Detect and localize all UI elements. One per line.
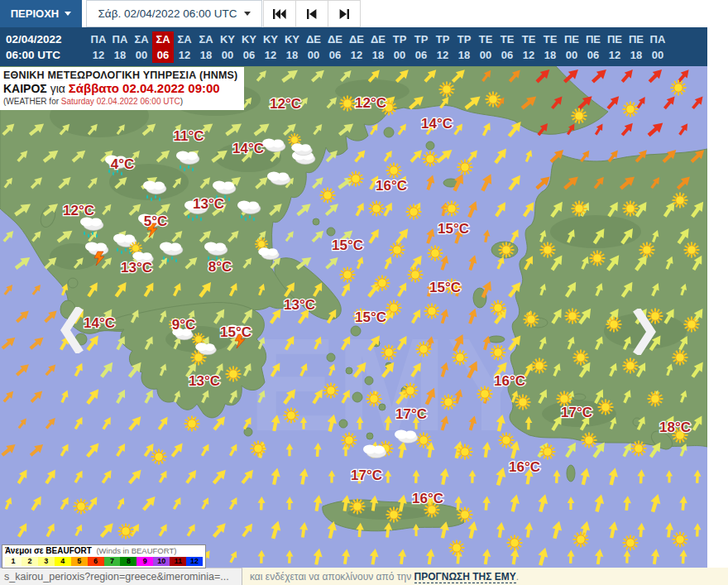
temperature-label: 15°C — [429, 280, 461, 295]
status-bar: s_kairou_perioxis?region=greece&imeromin… — [0, 568, 728, 585]
timeline-step[interactable]: ΠΑ00 — [647, 31, 668, 63]
island-sporades — [313, 218, 319, 225]
temperature-label: 13°C — [284, 297, 315, 313]
temperature-label: 5°C — [144, 213, 168, 229]
beaufort-cell: 12 — [186, 557, 203, 566]
island-milos — [339, 420, 347, 428]
timeline-step[interactable]: ΤΕ00 — [475, 31, 496, 63]
datetime-dropdown-button[interactable]: Σάβ. 02/04/2022 06:00 UTC — [86, 0, 262, 27]
gia-label: για — [50, 82, 65, 95]
timeline-step[interactable]: ΚΥ12 — [260, 31, 281, 63]
timeline-step[interactable]: ΤΡ00 — [389, 31, 410, 63]
timeline-step[interactable]: ΣΑ12 — [174, 31, 195, 63]
timestep-nav-group — [264, 0, 361, 27]
agency-title: ΕΘΝΙΚΗ ΜΕΤΕΩΡΟΛΟΓΙΚΗ ΥΠΗΡΕΣΙΑ (HNMS) — [3, 70, 237, 82]
weather-map[interactable]: EMY — [0, 66, 707, 568]
next-map-arrow[interactable] — [630, 309, 659, 358]
timeline-step[interactable]: ΠΕ12 — [604, 31, 625, 63]
timeline-bar: 02/04/2022 06:00 UTC ΠΑ12ΠΑ18ΣΑ00ΣΑ06ΣΑ1… — [0, 27, 707, 66]
forecast-utc-datetime: Saturday 02.04.2022 06:00 UTC — [61, 97, 180, 106]
island-cyclades-5 — [379, 404, 386, 410]
temperature-label: 14°C — [421, 116, 453, 132]
forecast-subtitle: (WEATHER for Saturday 02.04.2022 06:00 U… — [3, 95, 237, 108]
beaufort-cell: 3 — [38, 557, 55, 566]
temperature-label: 13°C — [189, 373, 220, 389]
temperature-label: 4°C — [111, 156, 135, 172]
temperature-label: 9°C — [172, 317, 196, 333]
timeline-step[interactable]: ΔΕ18 — [367, 31, 389, 63]
timeline-step-selected[interactable]: ΣΑ06 — [152, 31, 174, 63]
beaufort-cell: 7 — [104, 557, 121, 566]
island-cyclades-1 — [327, 353, 335, 362]
island-kos — [572, 394, 586, 400]
temperature-label: 15°C — [332, 237, 363, 253]
emy-forecast-link[interactable]: ΠΡΟΓΝΩΣΗ ΤΗΣ ΕΜΥ — [414, 571, 516, 583]
caret-down-icon — [65, 12, 71, 16]
datetime-button-label: Σάβ. 02/04/2022 06:00 UTC — [98, 7, 237, 20]
timeline-step[interactable]: ΠΕ00 — [561, 31, 582, 63]
temperature-label: 12°C — [63, 203, 94, 218]
island-lefkada — [68, 278, 78, 288]
timeline-step[interactable]: ΚΥ18 — [281, 31, 303, 63]
temperature-label: 12°C — [270, 96, 301, 112]
prev-map-arrow[interactable] — [57, 307, 87, 357]
beaufort-cell: 10 — [153, 557, 170, 566]
timeline-step[interactable]: ΠΕ18 — [625, 31, 647, 63]
caret-down-icon — [244, 12, 251, 16]
beaufort-cell: 5 — [71, 557, 88, 566]
region-button-label: ΠΕΡΙΟΧΗ — [11, 7, 60, 20]
beaufort-cell: 4 — [55, 557, 71, 566]
temperature-label: 17°C — [561, 405, 592, 420]
timeline-step[interactable]: ΤΕ12 — [518, 31, 539, 63]
region-dropdown-button[interactable]: ΠΕΡΙΟΧΗ — [0, 0, 82, 27]
skip-to-first-button[interactable] — [263, 0, 296, 27]
timeline-step[interactable]: ΠΑ18 — [109, 31, 131, 63]
temperature-label: 16°C — [376, 178, 407, 194]
temperature-label: 17°C — [351, 468, 382, 483]
step-back-icon — [306, 9, 318, 19]
temperature-label: 15°C — [438, 221, 469, 237]
timeline-step[interactable]: ΔΕ00 — [303, 31, 324, 63]
browser-link-preview: s_kairou_perioxis?region=greece&imeromin… — [0, 568, 242, 585]
temperature-label: 13°C — [193, 196, 224, 212]
island-skyros — [327, 228, 335, 236]
timeline-step[interactable]: ΤΡ18 — [453, 31, 475, 63]
timeline-step[interactable]: ΣΑ18 — [195, 31, 217, 63]
island-santorini — [366, 433, 373, 439]
map-title-overlay: ΕΘΝΙΚΗ ΜΕΤΕΩΡΟΛΟΓΙΚΗ ΥΠΗΡΕΣΙΑ (HNMS) ΚΑΙ… — [0, 67, 244, 110]
beaufort-cell: 9 — [136, 557, 153, 566]
forecast-title: ΚΑΙΡΟΣ για Σάββατο 02.04.2022 09:00 — [3, 82, 237, 95]
beaufort-cell: 2 — [22, 557, 38, 566]
temperature-label: 15°C — [355, 309, 386, 325]
timeline-step[interactable]: ΚΥ06 — [238, 31, 260, 63]
timeline-current-datetime: 02/04/2022 06:00 UTC — [6, 31, 62, 63]
temperature-label: 14°C — [232, 141, 264, 156]
beaufort-cell: 6 — [88, 557, 104, 566]
skip-to-first-icon — [273, 9, 286, 19]
legend-subtitle: (Winds in BEAUFORT) — [96, 546, 176, 555]
temperature-label: 16°C — [494, 373, 525, 389]
island-cyclades-3 — [365, 376, 373, 385]
timeline-step[interactable]: ΔΕ06 — [324, 31, 346, 63]
island-thasos — [384, 127, 394, 137]
timeline-step[interactable]: ΤΡ12 — [432, 31, 453, 63]
chevron-left-icon — [57, 307, 87, 353]
timeline-step[interactable]: ΤΕ18 — [539, 31, 561, 63]
toolbar: ΠΕΡΙΟΧΗ Σάβ. 02/04/2022 06:00 UTC — [0, 0, 728, 27]
timeline-step[interactable]: ΠΕ06 — [582, 31, 604, 63]
map-watermark: EMY — [248, 310, 535, 458]
timeline-time: 06:00 UTC — [6, 47, 62, 63]
timeline-step[interactable]: ΚΥ00 — [217, 31, 238, 63]
island-samothraki — [426, 141, 434, 150]
timeline-step[interactable]: ΠΑ12 — [88, 31, 109, 63]
chevron-right-icon — [630, 309, 659, 355]
temperature-label: 17°C — [395, 406, 427, 422]
temperature-label: 13°C — [121, 260, 152, 276]
timeline-step[interactable]: ΣΑ00 — [131, 31, 152, 63]
timeline-step[interactable]: ΤΕ06 — [496, 31, 518, 63]
step-forward-button[interactable] — [328, 0, 361, 27]
timeline-step[interactable]: ΔΕ12 — [346, 31, 367, 63]
step-back-button[interactable] — [295, 0, 328, 27]
timeline-step[interactable]: ΤΡ06 — [410, 31, 432, 63]
temperature-label: 12°C — [355, 95, 386, 111]
